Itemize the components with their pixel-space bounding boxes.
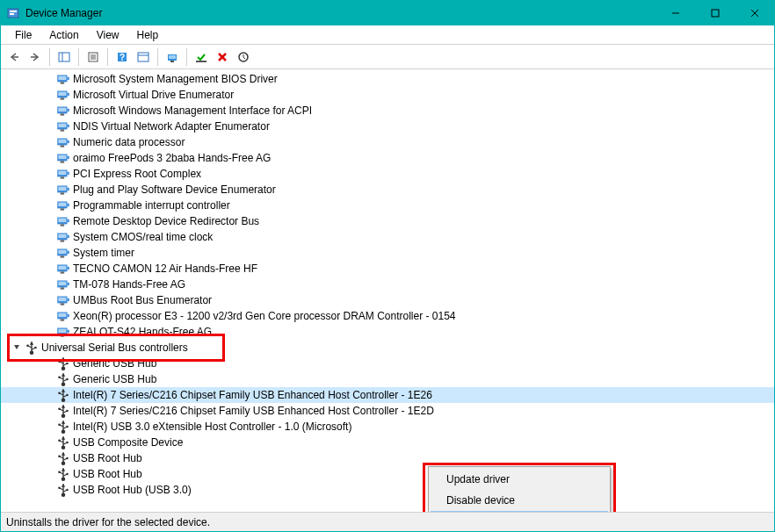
toolbar: ?	[1, 45, 774, 69]
window-controls	[655, 1, 774, 25]
device-tree[interactable]: Microsoft System Management BIOS DriverM…	[1, 69, 774, 512]
svg-text:?: ?	[120, 53, 125, 62]
expander-icon[interactable]	[10, 342, 24, 353]
device-icon	[55, 261, 71, 277]
device-icon	[55, 308, 71, 324]
usb-device-item[interactable]: USB Root Hub (USB 3.0)	[1, 482, 774, 498]
usb-device-item[interactable]: USB Root Hub	[1, 450, 774, 466]
svg-point-121	[58, 407, 61, 410]
device-icon	[55, 435, 71, 450]
svg-rect-56	[61, 192, 65, 194]
toolbar-icon-1[interactable]	[134, 47, 153, 67]
usb-device-item[interactable]: Generic USB Hub	[1, 356, 774, 371]
svg-rect-28	[61, 82, 65, 83]
menu-action[interactable]: Action	[40, 27, 87, 43]
device-icon	[24, 340, 40, 356]
enable-device-button[interactable]	[192, 47, 211, 67]
usb-device-item[interactable]: Intel(R) 7 Series/C216 Chipset Family US…	[1, 403, 774, 419]
usb-device-item[interactable]: Intel(R) 7 Series/C216 Chipset Family US…	[1, 387, 774, 403]
device-label: Intel(R) 7 Series/C216 Chipset Family US…	[73, 389, 432, 401]
device-item[interactable]: TECNO CAMON 12 Air Hands-Free HF	[1, 261, 774, 277]
usb-device-item[interactable]: Generic USB Hub	[1, 371, 774, 387]
svg-rect-83	[58, 298, 66, 302]
device-item[interactable]: Remote Desktop Device Redirector Bus	[1, 213, 774, 229]
back-button[interactable]	[4, 47, 24, 67]
svg-rect-36	[61, 113, 65, 115]
device-label: UMBus Root Bus Enumerator	[73, 294, 212, 306]
svg-rect-67	[58, 234, 66, 239]
svg-rect-69	[68, 235, 69, 238]
svg-rect-51	[58, 171, 66, 176]
device-label: USB Root Hub	[73, 468, 142, 480]
svg-rect-53	[68, 172, 69, 175]
svg-rect-21	[170, 61, 174, 62]
svg-rect-63	[58, 219, 66, 223]
svg-rect-60	[61, 208, 65, 210]
device-label: Generic USB Hub	[73, 373, 156, 385]
svg-rect-48	[61, 161, 65, 162]
device-item[interactable]: PCI Express Root Complex	[1, 166, 774, 182]
maximize-button[interactable]	[695, 1, 735, 25]
device-item[interactable]: Microsoft Windows Management Interface f…	[1, 103, 774, 119]
device-item[interactable]: UMBus Root Bus Enumerator	[1, 292, 774, 308]
device-item[interactable]: Plug and Play Software Device Enumerator	[1, 182, 774, 198]
device-item[interactable]: Microsoft Virtual Drive Enumerator	[1, 87, 774, 103]
usb-device-item[interactable]: Intel(R) USB 3.0 eXtensible Host Control…	[1, 419, 774, 435]
show-hide-tree-button[interactable]	[54, 47, 74, 67]
device-icon	[55, 371, 71, 387]
status-text: Uninstalls the driver for the selected d…	[6, 516, 210, 528]
svg-rect-76	[61, 271, 65, 273]
menubar: File Action View Help	[1, 25, 774, 45]
uninstall-device-button[interactable]	[213, 47, 232, 67]
svg-rect-117	[66, 394, 68, 396]
scan-hardware-button[interactable]	[234, 47, 253, 67]
svg-rect-4	[712, 10, 719, 17]
device-label: TM-078 Hands-Free AG	[73, 278, 185, 291]
device-item[interactable]: Xeon(R) processor E3 - 1200 v2/3rd Gen C…	[1, 308, 774, 324]
window-title: Device Manager	[25, 7, 655, 19]
device-label: System timer	[73, 247, 134, 259]
device-icon	[55, 213, 71, 229]
device-item[interactable]: TM-078 Hands-Free AG	[1, 277, 774, 292]
device-item[interactable]: Numeric data processor	[1, 134, 774, 150]
device-item[interactable]: NDIS Virtual Network Adapter Enumerator	[1, 119, 774, 134]
update-driver-button[interactable]	[163, 47, 182, 67]
menu-file[interactable]: File	[6, 27, 40, 43]
svg-rect-37	[68, 109, 69, 111]
svg-rect-27	[58, 76, 66, 81]
category-usb[interactable]: Universal Serial Bus controllers	[1, 340, 774, 356]
properties-button[interactable]	[83, 47, 103, 67]
help-button[interactable]: ?	[112, 47, 132, 67]
svg-rect-135	[66, 442, 68, 443]
svg-rect-147	[66, 473, 68, 475]
device-label: Remote Desktop Device Redirector Bus	[73, 215, 259, 227]
menu-view[interactable]: View	[88, 27, 128, 43]
svg-rect-72	[61, 255, 65, 257]
device-item[interactable]: System CMOS/real time clock	[1, 229, 774, 245]
device-label: Microsoft Virtual Drive Enumerator	[73, 89, 234, 101]
device-item[interactable]: ZEALOT-S42 Hands-Free AG	[1, 324, 774, 340]
svg-rect-68	[61, 240, 65, 241]
device-label: Microsoft System Management BIOS Driver	[73, 73, 278, 85]
close-button[interactable]	[735, 1, 774, 25]
usb-device-item[interactable]: USB Composite Device	[1, 435, 774, 450]
svg-rect-49	[68, 156, 69, 159]
device-item[interactable]: System timer	[1, 245, 774, 261]
usb-device-item[interactable]: USB Root Hub	[1, 466, 774, 482]
device-item[interactable]: Programmable interrupt controller	[1, 198, 774, 213]
device-label: Numeric data processor	[73, 136, 185, 148]
svg-rect-141	[66, 457, 68, 459]
device-label: PCI Express Root Complex	[73, 168, 201, 180]
device-label: Plug and Play Software Device Enumerator	[73, 183, 276, 196]
svg-rect-39	[58, 124, 66, 128]
menu-help[interactable]: Help	[128, 27, 168, 43]
svg-rect-40	[61, 129, 65, 131]
device-item[interactable]: oraimo FreePods 3 2baba Hands-Free AG	[1, 150, 774, 166]
device-icon	[55, 292, 71, 308]
device-icon	[55, 182, 71, 198]
device-item[interactable]: Microsoft System Management BIOS Driver	[1, 71, 774, 87]
device-icon	[55, 150, 71, 166]
svg-point-127	[58, 423, 61, 426]
forward-button[interactable]	[25, 47, 45, 67]
minimize-button[interactable]	[655, 1, 695, 25]
